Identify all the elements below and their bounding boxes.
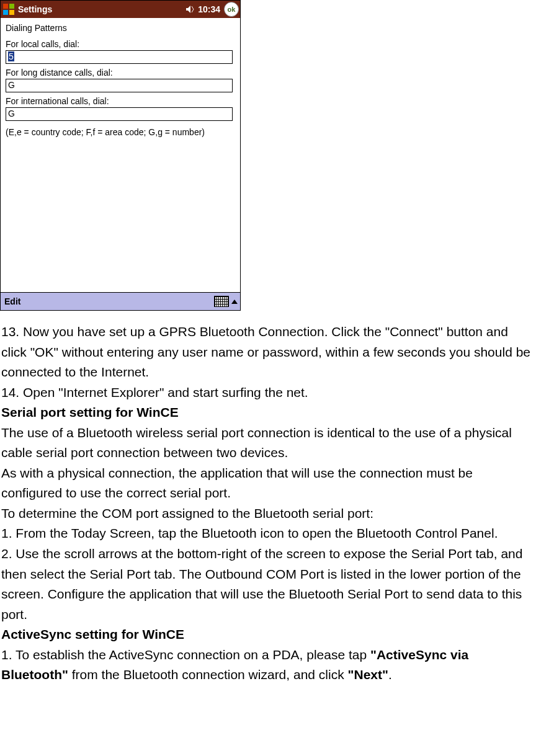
svg-rect-3: [9, 10, 14, 15]
long-distance-input[interactable]: G: [6, 79, 233, 92]
step-13: 13. Now you have set up a GPRS Bluetooth…: [1, 322, 535, 383]
heading-activesync: ActiveSync setting for WinCE: [1, 625, 535, 645]
international-input[interactable]: G: [6, 107, 233, 121]
svg-rect-2: [3, 10, 8, 15]
pattern-hint: (E,e = country code; F,f = area code; G,…: [6, 127, 235, 137]
as-bold-d: "Next": [348, 667, 388, 682]
document-body: 13. Now you have set up a GPRS Bluetooth…: [0, 311, 536, 685]
long-distance-label: For long distance calls, dial:: [6, 68, 235, 78]
bottom-bar: Edit: [1, 292, 240, 310]
serial-step-1: 1. From the Today Screen, tap the Blueto…: [1, 523, 535, 544]
step-14: 14. Open "Internet Explorer" and start s…: [1, 383, 535, 403]
dialog-heading: Dialing Patterns: [6, 23, 235, 33]
edit-menu[interactable]: Edit: [4, 296, 20, 306]
activesync-step-1: 1. To establish the ActiveSync connectio…: [1, 645, 535, 685]
international-label: For international calls, dial:: [6, 96, 235, 106]
pda-screenshot: Settings 10:34 ok Dialing Patterns For l…: [0, 0, 241, 311]
svg-rect-0: [3, 4, 8, 9]
chevron-up-icon: [231, 300, 238, 304]
sip-button[interactable]: [214, 296, 238, 307]
as-text-c: from the Bluetooth connection wizard, an…: [68, 667, 348, 682]
serial-para-3: To determine the COM port assigned to th…: [1, 504, 535, 524]
svg-rect-1: [9, 4, 14, 9]
heading-serial-port: Serial port setting for WinCE: [1, 402, 535, 423]
dialog-body: Dialing Patterns For local calls, dial: …: [1, 18, 240, 292]
as-text-e: .: [388, 667, 392, 682]
local-calls-input[interactable]: 5: [6, 50, 233, 64]
svg-marker-4: [186, 6, 190, 13]
speaker-icon[interactable]: [185, 4, 195, 14]
start-icon[interactable]: [2, 2, 16, 16]
serial-para-1: The use of a Bluetooth wireless serial p…: [1, 423, 535, 463]
local-calls-value: 5: [8, 51, 14, 61]
clock-time: 10:34: [198, 4, 220, 14]
serial-para-2: As with a physical connection, the appli…: [1, 463, 535, 504]
keyboard-icon: [214, 296, 229, 307]
serial-step-2: 2. Use the scroll arrows at the bottom-r…: [1, 544, 535, 625]
local-calls-label: For local calls, dial:: [6, 39, 235, 49]
as-text-a: 1. To establish the ActiveSync connectio…: [1, 647, 370, 662]
window-title: Settings: [18, 4, 185, 14]
titlebar: Settings 10:34 ok: [1, 1, 240, 18]
ok-button[interactable]: ok: [224, 2, 239, 17]
